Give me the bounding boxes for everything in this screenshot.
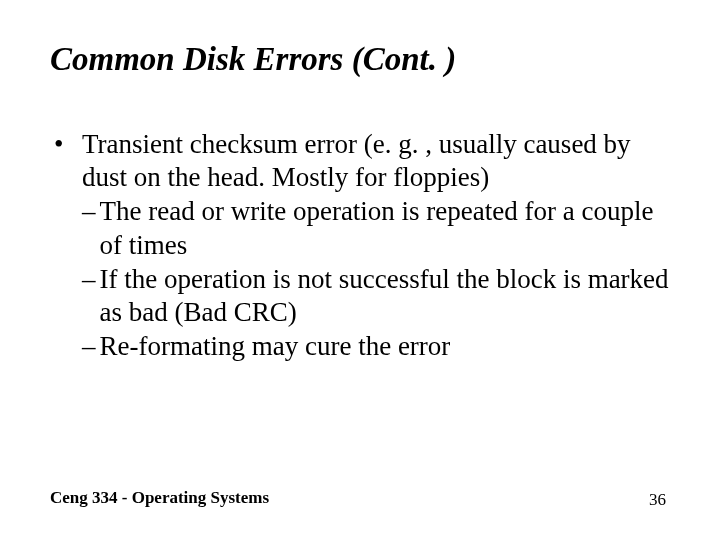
sub-marker: – <box>82 263 100 297</box>
sub-text: The read or write operation is repeated … <box>100 195 671 263</box>
sub-item: – The read or write operation is repeate… <box>82 195 670 263</box>
sub-marker: – <box>82 195 100 229</box>
bullet-item: • Transient checksum error (e. g. , usua… <box>50 128 670 196</box>
sub-item: – If the operation is not successful the… <box>82 263 670 331</box>
page-number: 36 <box>649 490 666 510</box>
sub-list: – The read or write operation is repeate… <box>50 195 670 364</box>
bullet-marker: • <box>50 128 82 162</box>
sub-text: Re-formating may cure the error <box>100 330 671 364</box>
sub-marker: – <box>82 330 100 364</box>
footer-course: Ceng 334 - Operating Systems <box>50 488 269 508</box>
sub-item: – Re-formating may cure the error <box>82 330 670 364</box>
slide-title: Common Disk Errors (Cont. ) <box>50 40 670 80</box>
slide: Common Disk Errors (Cont. ) • Transient … <box>0 0 720 540</box>
slide-body: • Transient checksum error (e. g. , usua… <box>50 128 670 364</box>
bullet-text: Transient checksum error (e. g. , usuall… <box>82 128 670 196</box>
sub-text: If the operation is not successful the b… <box>100 263 671 331</box>
